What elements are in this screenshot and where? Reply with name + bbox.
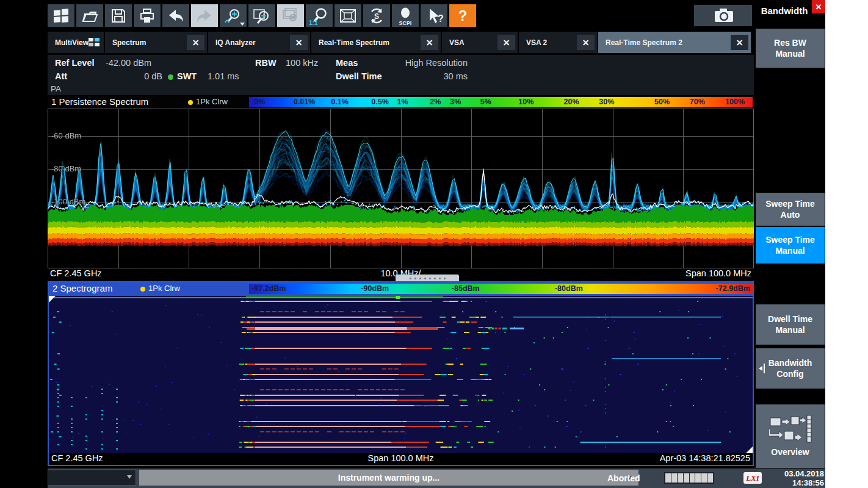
- close-icon[interactable]: ✕: [421, 35, 438, 50]
- sync-settings-button[interactable]: S: [363, 4, 390, 27]
- softkey-bandwidth-config[interactable]: Bandwidth Config: [756, 348, 825, 389]
- cursor-help-icon: ?: [424, 7, 444, 24]
- att-value[interactable]: 0 dB: [127, 71, 162, 81]
- message-history-dropdown[interactable]: [48, 470, 136, 486]
- scale-tick-label: 50%: [654, 98, 670, 106]
- status-message: Instrument warming up...: [338, 473, 439, 483]
- tab-spectrum[interactable]: Spectrum ✕: [105, 32, 207, 53]
- tab-real-time-spectrum[interactable]: Real-Time Spectrum ✕: [311, 32, 441, 53]
- close-icon[interactable]: ✕: [290, 35, 308, 50]
- window2-footer: CF 2.45 GHz Span 100.0 MHz Apr-03 14:38:…: [49, 453, 753, 465]
- softkey-sweep-time-auto[interactable]: Sweep Time Auto: [756, 193, 825, 226]
- channel-tabs: MultiView Spectrum ✕ IQ Analyzer ✕ Real-…: [48, 32, 754, 53]
- window1-trace-label: 1Pk Clrw: [196, 97, 228, 106]
- help-question-icon: ?: [458, 7, 468, 24]
- channel-settings-bar[interactable]: Ref Level -42.00 dBm RBW 100 kHz Meas Hi…: [48, 55, 754, 95]
- toolbar: 1:1 S SCPI: [48, 4, 476, 27]
- tab-real-time-spectrum-2[interactable]: Real-Time Spectrum 2 ✕: [598, 32, 751, 53]
- scale-tick-label: -85dBm: [452, 284, 480, 293]
- scale-tick-label: 30%: [599, 98, 614, 106]
- scale-tick-label: -97.2dBm: [251, 284, 286, 293]
- tab-label: VSA: [449, 38, 465, 47]
- help-button[interactable]: ?: [449, 4, 476, 27]
- close-icon[interactable]: ✕: [497, 35, 515, 50]
- camera-icon: [710, 8, 737, 24]
- datetime-display: 03.04.2018 14:38:56: [763, 469, 824, 487]
- softkey-res-bw-manual[interactable]: Res BW Manual: [756, 29, 825, 68]
- focus-corner-icon: [746, 447, 753, 453]
- close-icon[interactable]: ✕: [187, 35, 204, 50]
- rbw-value[interactable]: 100 kHz: [286, 58, 318, 68]
- window2-title: 2 Spectrogram: [52, 283, 112, 293]
- print-button[interactable]: [134, 4, 161, 27]
- ref-level-value[interactable]: -42.00 dBm: [106, 58, 151, 68]
- overview-flow-icon: [769, 414, 812, 443]
- open-folder-icon: [81, 9, 98, 23]
- zoom-1-1-button[interactable]: 1:1: [306, 4, 333, 27]
- meas-value[interactable]: High Resolution: [397, 58, 468, 68]
- timestamp-value: Apr-03 14:38:21.82525: [660, 453, 750, 463]
- analyzer-screen: 1:1 S SCPI: [0, 0, 868, 488]
- tab-vsa[interactable]: VSA ✕: [442, 32, 518, 53]
- scale-tick-label: -80dBm: [555, 284, 583, 293]
- softkey-label: Bandwidth Config: [762, 357, 819, 379]
- softkey-overview[interactable]: Overview: [756, 404, 825, 468]
- swt-value[interactable]: 1.01 ms: [208, 71, 239, 81]
- tab-label: IQ Analyzer: [215, 38, 256, 47]
- display-frame-button[interactable]: [335, 4, 361, 27]
- status-message-bar[interactable]: Instrument warming up...: [139, 470, 638, 486]
- svg-text:?: ?: [438, 13, 444, 24]
- undo-arrow-icon: [167, 9, 184, 23]
- context-help-button[interactable]: ?: [421, 4, 447, 27]
- redo-button[interactable]: [191, 4, 218, 27]
- window1-title: 1 Persistence Spectrum: [51, 96, 148, 107]
- app-area: 1:1 S SCPI: [0, 0, 825, 488]
- y-axis-label: -80 dBm: [51, 164, 81, 173]
- tab-label: Real-Time Spectrum 2: [606, 38, 682, 47]
- undo-button[interactable]: [162, 4, 189, 27]
- persistence-spectrum-plot[interactable]: [48, 109, 754, 268]
- tab-label: Real-Time Spectrum: [319, 38, 389, 47]
- softkey-label: Overview: [771, 447, 809, 458]
- window2-titlebar[interactable]: 2 Spectrogram 1Pk Clrw -97.2dBm-90dBm-85…: [49, 282, 753, 296]
- screenshot-button[interactable]: [694, 5, 752, 26]
- softkey-menu-title: Bandwidth: [755, 5, 814, 16]
- scale-tick-label: 70%: [690, 98, 705, 106]
- span-value[interactable]: Span 100.0 MHz: [49, 453, 753, 463]
- sweep-progress-bar: [664, 472, 714, 484]
- scale-tick-label: 0.01%: [294, 98, 315, 106]
- sweep-state-label: Aborted: [607, 468, 640, 488]
- scale-tick-label: 0%: [254, 98, 265, 106]
- open-file-button[interactable]: [76, 4, 103, 27]
- window1-titlebar[interactable]: 1 Persistence Spectrum 1Pk Clrw 0%0.01%0…: [48, 96, 754, 109]
- multi-window-zoom-button[interactable]: [277, 4, 304, 27]
- close-icon[interactable]: ✕: [731, 35, 748, 50]
- softkey-dwell-time-manual[interactable]: Dwell Time Manual: [756, 304, 825, 345]
- close-softkey-menu-button[interactable]: ✕: [812, 0, 825, 13]
- trace-dot-icon: [140, 287, 145, 292]
- tab-label: Spectrum: [112, 38, 146, 47]
- tab-vsa-2[interactable]: VSA 2 ✕: [519, 32, 597, 53]
- dialog-arrow-icon: [759, 364, 765, 373]
- rbw-label: RBW: [255, 58, 277, 68]
- save-button[interactable]: [105, 4, 132, 27]
- tab-multiview[interactable]: MultiView: [48, 32, 104, 53]
- dwell-time-value[interactable]: 30 ms: [431, 71, 468, 81]
- spectrogram-plot[interactable]: [49, 296, 753, 453]
- window1-y-axis-labels: -60 dBm-80 dBm-100 dBm: [48, 109, 121, 268]
- span-value[interactable]: Span 100.0 MHz: [685, 268, 751, 278]
- printer-icon: [139, 8, 155, 24]
- zoom-graph-icon: [224, 7, 242, 24]
- multi-window-zoom-icon: [281, 7, 300, 24]
- lxi-logo: LXI: [743, 472, 762, 484]
- softkey-sweep-time-manual[interactable]: Sweep Time Manual: [756, 227, 825, 264]
- zoom-selection-button[interactable]: [248, 4, 275, 27]
- window-spectrogram[interactable]: 2 Spectrogram 1Pk Clrw -97.2dBm-90dBm-85…: [48, 281, 754, 466]
- windows-start-button[interactable]: [48, 4, 74, 27]
- window-persistence-spectrum[interactable]: 1 Persistence Spectrum 1Pk Clrw 0%0.01%0…: [48, 96, 754, 280]
- close-icon[interactable]: ✕: [577, 35, 595, 50]
- zoom-graph-button[interactable]: [220, 4, 247, 27]
- scpi-recorder-button[interactable]: SCPI: [392, 4, 419, 27]
- tab-iq-analyzer[interactable]: IQ Analyzer ✕: [208, 32, 310, 53]
- scale-tick-label: 2%: [430, 98, 441, 106]
